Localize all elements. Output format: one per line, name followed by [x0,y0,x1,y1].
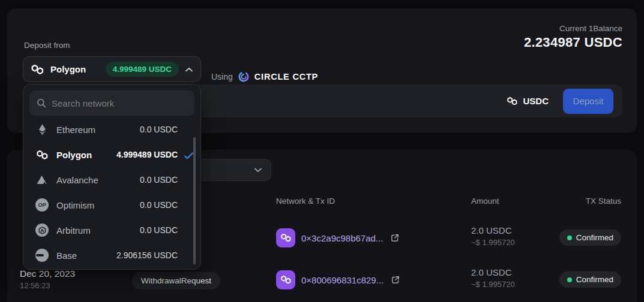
provider-name: CIRCLE CCTP [254,72,318,81]
network-option-balance: 4.999489 USDC [116,150,178,159]
ethereum-icon [35,124,49,135]
network-option-base[interactable]: Base 2.906156 USDC [23,243,200,268]
network-search-box [29,90,194,116]
status-badge: Confirmed [559,229,621,246]
network-option-label: Optimism [56,200,94,210]
network-list: Ethereum 0.0 USDC Polygon 4.999489 USDC [23,117,200,268]
status-text: Confirmed [576,233,613,242]
tx-amount-usd: ~$ 1.995720 [471,280,515,289]
polygon-icon [31,65,44,74]
using-label: Using [211,72,233,81]
external-link-icon[interactable] [391,276,400,284]
tx-network-cell: 0×800696831c829... [276,270,400,289]
optimism-icon: OP [35,198,49,212]
network-option-label: Polygon [56,150,92,160]
network-option-balance: 2.906156 USDC [116,250,178,260]
network-option-arbitrum[interactable]: Arbitrum 0.0 USDC [23,218,200,243]
current-balance-value: 2.234987 USDC [524,35,622,50]
deposit-button[interactable]: Deposit [563,89,613,114]
tx-id-link[interactable]: 0×3c2a9c98b67ad... [301,233,383,243]
network-option-balance: 0.0 USDC [140,125,178,134]
tx-date: Dec 20, 2023 [20,268,75,279]
circle-logo-icon [238,71,250,83]
base-icon [35,249,49,262]
network-option-label: Base [56,250,77,261]
deposit-from-label: Deposit from [24,41,70,50]
arbitrum-icon [35,224,49,237]
tx-time: 12:56:23 [20,281,75,290]
network-option-balance: 0.0 USDC [140,200,178,210]
tx-amount-usd: ~$ 1.995720 [471,238,515,247]
polygon-network-icon [276,270,295,289]
network-option-label: Ethereum [56,125,95,135]
token-selector[interactable]: USDC [507,96,549,106]
external-link-icon[interactable] [391,234,399,242]
selected-network-balance-badge: 4.999489 USDC [106,62,179,77]
polygon-icon [35,150,49,159]
chevron-down-icon [254,167,262,173]
column-header-amount: Amount [471,197,499,206]
app: Current 1Balance 2.234987 USDC Deposit f… [0,0,644,302]
token-symbol: USDC [523,96,549,106]
network-option-polygon[interactable]: Polygon 4.999489 USDC [23,142,200,167]
selected-network-name: Polygon [50,64,86,74]
network-option-balance: 0.0 USDC [140,175,178,185]
search-network-input[interactable] [52,98,187,108]
network-option-ethereum[interactable]: Ethereum 0.0 USDC [23,117,200,142]
network-option-balance: 0.0 USDC [140,225,178,235]
network-dropdown-panel: Ethereum 0.0 USDC Polygon 4.999489 USDC [23,84,201,270]
tx-amount-cell: 2.0 USDC ~$ 1.995720 [471,225,515,247]
search-icon [37,98,46,108]
network-option-avalanche[interactable]: Avalanche 0.0 USDC [23,167,200,192]
column-header-network: Network & Tx ID [276,197,335,206]
network-option-optimism[interactable]: OP Optimism 0.0 USDC [23,192,200,218]
polygon-icon [507,97,518,105]
tx-type-badge: WithdrawalRequest [132,272,220,289]
tx-amount: 2.0 USDC [471,225,515,235]
network-selector-trigger[interactable]: Polygon 4.999489 USDC [23,56,201,82]
status-text: Confirmed [576,275,613,284]
tx-amount: 2.0 USDC [471,267,515,277]
checkmark-icon [184,151,193,162]
tx-amount-cell: 2.0 USDC ~$ 1.995720 [471,267,515,289]
tx-id-link[interactable]: 0×800696831c829... [301,275,384,285]
current-balance-label: Current 1Balance [559,24,622,33]
status-badge: Confirmed [559,271,621,288]
polygon-network-icon [276,228,295,247]
status-dot-icon [567,277,572,282]
column-header-status: TX Status [586,197,621,206]
network-option-label: Avalanche [56,175,98,185]
tx-date-cell: Dec 20, 2023 12:56:23 [20,268,75,290]
status-dot-icon [567,235,572,240]
dropdown-scrollbar[interactable] [193,137,196,264]
chevron-up-icon [185,67,193,73]
network-option-label: Arbitrum [56,225,91,235]
tx-network-cell: 0×3c2a9c98b67ad... [276,228,399,247]
avalanche-icon [35,176,49,184]
